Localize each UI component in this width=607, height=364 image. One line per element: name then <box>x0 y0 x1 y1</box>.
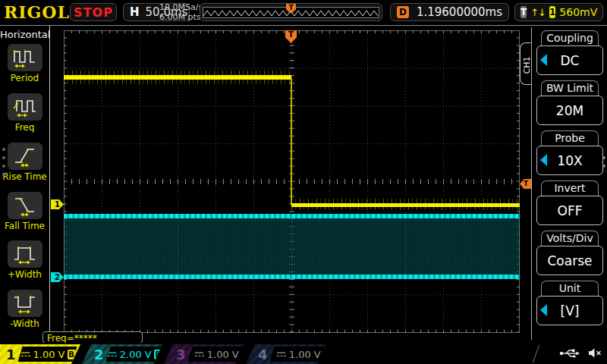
plus-width-button[interactable] <box>8 240 42 268</box>
right-menu-ch1: Coupling DC BW Limit 20M Probe 10X Inver… <box>531 27 607 340</box>
dc-coupling-icon <box>275 350 287 358</box>
horizontal-position-bar[interactable]: T <box>200 3 382 21</box>
dc-coupling-icon <box>106 350 118 358</box>
top-status-bar: RIGOL STOP H 50.0ms 10.0MSa/s 6.00M pts … <box>0 0 607 26</box>
run-state-button[interactable]: STOP <box>70 3 117 21</box>
menu-page-dot <box>2 173 5 176</box>
channel4-settings: 1.00 V <box>270 347 326 362</box>
select-triangle-icon <box>540 304 547 316</box>
volts-div-value[interactable]: Coarse <box>536 246 603 275</box>
period-icon <box>12 46 38 69</box>
select-triangle-icon <box>540 154 547 166</box>
unit-label: Unit <box>541 281 599 296</box>
dc-coupling-icon <box>20 350 31 358</box>
coupling-label: Coupling <box>541 30 599 46</box>
channel1-number: 1 <box>6 347 16 362</box>
system-tray <box>559 347 602 359</box>
delay-icon: D <box>397 6 409 18</box>
ch1-ground-marker[interactable]: 1 <box>51 199 64 209</box>
channel3-status[interactable]: 3 1.00 V <box>164 344 244 364</box>
channel4-number: 4 <box>258 347 268 362</box>
coupling-value[interactable]: DC <box>536 46 603 75</box>
fall-time-icon <box>12 194 38 217</box>
menu-page-dot <box>602 165 605 168</box>
rise-time-button[interactable] <box>8 143 42 170</box>
menu-item-plus-width[interactable]: +Width <box>0 240 49 280</box>
invert-label: Invert <box>541 180 599 196</box>
delay-box[interactable]: D 1.19600000ms <box>390 3 509 21</box>
oscilloscope-screen: RIGOL STOP H 50.0ms 10.0MSa/s 6.00M pts … <box>0 0 607 364</box>
bw-limit-icon: B <box>68 350 76 359</box>
channel2-settings: 2.00 V B <box>106 347 162 362</box>
brand-logo: RIGOL <box>4 2 70 22</box>
h-label: H <box>130 5 140 19</box>
bw-limit-value[interactable]: 20M <box>536 96 603 125</box>
period-button[interactable] <box>8 44 42 71</box>
period-label: Period <box>0 73 49 83</box>
ch2-trace-pwm-band <box>64 218 520 275</box>
menu-item-probe[interactable]: Probe 10X <box>536 130 603 175</box>
trigger-source-badge: 1 <box>549 6 555 18</box>
channel3-number: 3 <box>176 347 186 362</box>
menu-page-dot <box>2 165 5 168</box>
acquisition-info: 10.0MSa/s 6.00M pts <box>159 2 203 22</box>
ch1-trace-falling-edge <box>291 77 292 205</box>
trigger-level-value: 560mV <box>559 6 597 18</box>
ch2-trace-bottom-level <box>64 275 520 279</box>
trigger-icon: T <box>521 6 527 18</box>
probe-value[interactable]: 10X <box>536 146 603 175</box>
trigger-status-box[interactable]: T ↑↓ 1 560mV <box>514 3 603 21</box>
probe-label: Probe <box>541 130 599 146</box>
menu-item-coupling[interactable]: Coupling DC <box>536 30 603 75</box>
menu-page-dot <box>2 148 5 151</box>
invert-value[interactable]: OFF <box>536 196 603 225</box>
plus-width-icon <box>12 243 38 265</box>
usb-icon <box>559 348 580 359</box>
minus-width-label: -Width <box>0 318 49 329</box>
channel4-scale: 1.00 V <box>289 349 321 360</box>
waveform-display-area: T 1 2 <box>64 30 520 333</box>
rise-time-icon <box>12 145 38 168</box>
freq-button[interactable] <box>8 93 42 121</box>
menu-page-dot <box>602 156 605 159</box>
dc-coupling-icon <box>193 350 205 358</box>
menu-item-volts-div[interactable]: Volts/Div Coarse <box>536 231 603 275</box>
menu-item-bw-limit[interactable]: BW Limit 20M <box>536 80 603 125</box>
ch1-trace-high-level <box>64 75 291 80</box>
left-menu-title: Horizontal <box>0 26 49 40</box>
menu-item-period[interactable]: Period <box>0 44 49 83</box>
channel4-status[interactable]: 4 1.00 V <box>246 344 326 364</box>
rise-time-label: Rise Time <box>0 171 49 182</box>
trigger-level-marker[interactable]: T <box>520 179 532 189</box>
sample-rate: 10.0MSa/s <box>159 2 203 12</box>
channel1-settings: 1.00 V B <box>18 347 77 362</box>
minus-width-button[interactable] <box>8 290 42 317</box>
channel1-status[interactable]: 1 1.00 V B <box>0 344 80 364</box>
delay-value: 1.19600000ms <box>417 5 502 19</box>
freq-icon <box>12 96 38 118</box>
badge-slot-divider <box>533 345 539 362</box>
menu-item-minus-width[interactable]: -Width <box>0 290 49 329</box>
freq-label: Freq <box>0 122 49 133</box>
menu-item-unit[interactable]: Unit [V] <box>536 281 603 325</box>
fall-time-button[interactable] <box>8 192 42 219</box>
hardware-frequency-counter: Freq=***** <box>42 331 143 344</box>
menu-item-invert[interactable]: Invert OFF <box>536 180 603 225</box>
volts-div-label: Volts/Div <box>541 231 599 246</box>
bw-limit-label: BW Limit <box>541 80 599 96</box>
bw-limit-icon: B <box>154 350 162 359</box>
ch2-ground-marker[interactable]: 2 <box>51 272 64 282</box>
fall-time-label: Fall Time <box>0 221 49 231</box>
memory-depth: 6.00M pts <box>159 12 203 22</box>
channel3-settings: 1.00 V <box>188 347 244 362</box>
unit-value[interactable]: [V] <box>536 296 603 325</box>
channel1-scale: 1.00 V <box>33 349 65 360</box>
minus-width-icon <box>12 292 38 315</box>
menu-item-freq[interactable]: Freq <box>0 93 49 133</box>
menu-item-fall-time[interactable]: Fall Time <box>0 192 49 231</box>
menu-page-dot <box>2 156 5 159</box>
channel2-status[interactable]: 2 2.00 V B <box>82 344 162 364</box>
speaker-muted-icon <box>587 347 602 359</box>
channel-status-bar: 1 1.00 V B 2 2.00 V B 3 <box>0 343 607 364</box>
menu-item-rise-time[interactable]: Rise Time <box>0 143 49 182</box>
